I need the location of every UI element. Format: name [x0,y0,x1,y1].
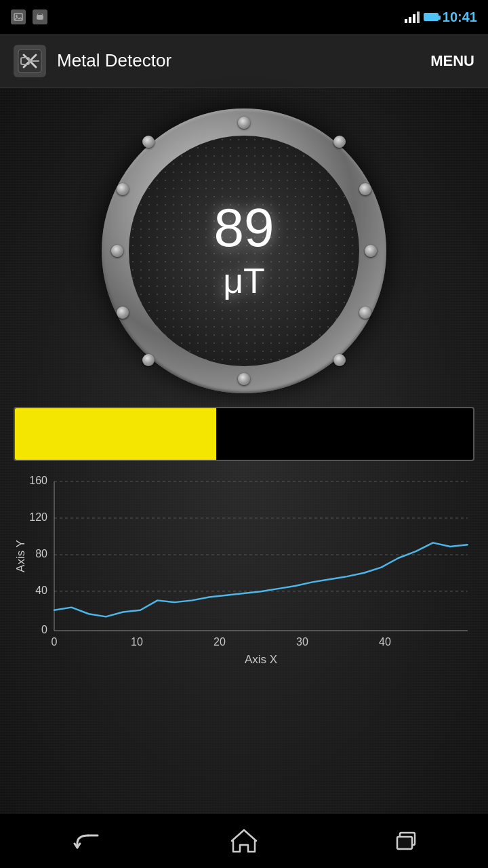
svg-line-6 [42,14,43,15]
gauge-inner: 89 μT [129,136,359,366]
svg-text:0: 0 [41,624,47,635]
status-right-icons: 10:41 [405,9,477,25]
svg-point-1 [16,15,18,17]
svg-text:10: 10 [131,636,143,648]
svg-text:0: 0 [52,636,58,648]
svg-text:160: 160 [29,475,47,486]
y-axis-label: Axis Y [14,540,27,572]
progress-bar-container [14,407,474,461]
app-icon [14,45,46,77]
android-icon [33,9,47,24]
chart-svg: 0 40 80 120 160 0 10 20 30 40 Axis Y Axi… [14,475,474,665]
home-button[interactable] [217,824,271,858]
menu-button[interactable]: MENU [430,52,474,70]
status-time: 10:41 [443,9,477,25]
gauge-value: 89 [214,201,274,255]
svg-text:30: 30 [296,636,308,648]
progress-bar-fill [15,408,216,460]
svg-text:80: 80 [35,548,47,559]
signal-icon [405,11,420,23]
x-axis-label: Axis X [245,653,277,665]
status-bar: 10:41 [0,0,488,34]
svg-text:40: 40 [35,585,47,596]
image-icon [11,9,26,24]
gauge-outer-ring: 89 μT [102,108,386,393]
svg-line-5 [37,14,39,15]
svg-rect-4 [37,15,43,20]
recents-button[interactable] [380,824,434,858]
svg-rect-31 [397,837,412,849]
svg-text:120: 120 [29,511,47,523]
chart-container: 0 40 80 120 160 0 10 20 30 40 Axis Y Axi… [14,475,474,667]
back-button[interactable] [54,824,108,858]
main-content: 89 μT 0 40 80 120 160 0 [0,88,488,834]
app-bar: Metal Detector MENU [0,34,488,88]
gauge-unit: μT [223,260,265,301]
battery-icon [424,13,439,21]
nav-bar [0,814,488,868]
svg-text:40: 40 [379,636,391,648]
svg-text:20: 20 [214,636,226,648]
status-left-icons [11,9,47,24]
gauge-container: 89 μT [102,108,386,393]
app-title: Metal Detector [57,50,430,71]
